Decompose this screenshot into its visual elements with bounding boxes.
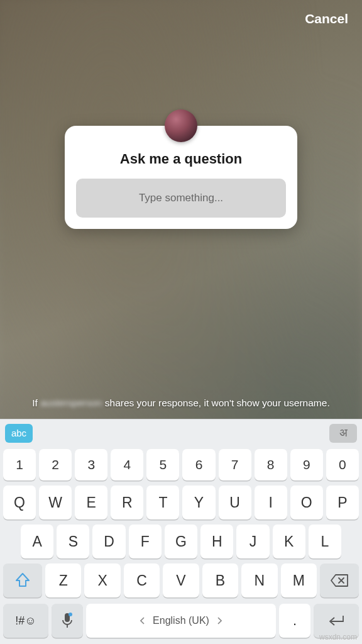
key-0[interactable]: 0 — [326, 449, 359, 480]
disclaimer-suffix: shares your response, it won't show your… — [102, 397, 329, 408]
key-r[interactable]: R — [111, 486, 143, 519]
key-1[interactable]: 1 — [3, 449, 36, 480]
key-j[interactable]: J — [236, 525, 269, 558]
key-2[interactable]: 2 — [39, 449, 72, 480]
key-k[interactable]: K — [273, 525, 305, 558]
keyboard-mode-hindi[interactable]: अ — [329, 424, 357, 443]
key-e[interactable]: E — [75, 486, 107, 519]
key-d[interactable]: D — [92, 525, 125, 558]
keyboard-row-z: Z X C V B N M — [3, 564, 359, 597]
mic-icon — [62, 613, 73, 629]
key-b[interactable]: B — [202, 564, 238, 597]
keyboard-toolbar: abc अ — [0, 419, 362, 447]
keyboard-row-q: Q W E R T Y U I O P — [3, 486, 359, 519]
key-6[interactable]: 6 — [182, 449, 215, 480]
key-h[interactable]: H — [200, 525, 233, 558]
cancel-button[interactable]: Cancel — [305, 11, 348, 26]
privacy-disclaimer: If austersperson shares your response, i… — [0, 396, 362, 419]
key-q[interactable]: Q — [3, 486, 36, 519]
disclaimer-username: austersperson — [40, 396, 102, 410]
key-mic[interactable] — [52, 604, 83, 638]
response-placeholder: Type something... — [139, 192, 223, 204]
key-c[interactable]: C — [124, 564, 160, 597]
key-l[interactable]: L — [309, 525, 341, 558]
key-w[interactable]: W — [39, 486, 72, 519]
svg-point-2 — [69, 613, 72, 616]
disclaimer-prefix: If — [32, 397, 40, 408]
key-u[interactable]: U — [219, 486, 251, 519]
shift-icon — [15, 572, 30, 589]
enter-icon — [327, 614, 346, 627]
key-period[interactable]: . — [279, 604, 310, 638]
avatar — [165, 109, 197, 142]
story-area: Ask me a question Type something... — [0, 38, 362, 396]
space-label: English (UK) — [153, 615, 209, 626]
key-backspace[interactable] — [320, 564, 359, 597]
chevron-left-icon — [140, 617, 145, 625]
key-m[interactable]: M — [281, 564, 317, 597]
key-p[interactable]: P — [326, 486, 359, 519]
key-f[interactable]: F — [129, 525, 162, 558]
key-5[interactable]: 5 — [146, 449, 179, 480]
key-shift[interactable] — [3, 564, 42, 597]
key-i[interactable]: I — [255, 486, 287, 519]
keyboard: abc अ 1 2 3 4 5 6 7 8 9 0 Q W E R T — [0, 419, 362, 644]
chevron-right-icon — [217, 617, 222, 625]
key-n[interactable]: N — [241, 564, 277, 597]
key-space[interactable]: English (UK) — [86, 604, 276, 638]
key-g[interactable]: G — [165, 525, 197, 558]
keyboard-row-a: A S D F G H J K L — [3, 525, 359, 558]
key-3[interactable]: 3 — [75, 449, 107, 480]
key-x[interactable]: X — [84, 564, 120, 597]
keyboard-rows: 1 2 3 4 5 6 7 8 9 0 Q W E R T Y U I O — [0, 447, 362, 604]
keyboard-mode-abc[interactable]: abc — [5, 424, 33, 443]
key-z[interactable]: Z — [45, 564, 81, 597]
key-9[interactable]: 9 — [290, 449, 323, 480]
key-o[interactable]: O — [290, 486, 323, 519]
key-4[interactable]: 4 — [111, 449, 143, 480]
key-s[interactable]: S — [57, 525, 89, 558]
top-bar: Cancel — [0, 0, 362, 38]
keyboard-row-numbers: 1 2 3 4 5 6 7 8 9 0 — [3, 449, 359, 480]
key-7[interactable]: 7 — [219, 449, 251, 480]
question-sticker[interactable]: Ask me a question Type something... — [65, 126, 297, 229]
response-input[interactable]: Type something... — [76, 179, 286, 218]
question-prompt: Ask me a question — [76, 151, 286, 167]
backspace-icon — [330, 574, 349, 587]
key-a[interactable]: A — [21, 525, 53, 558]
watermark: wsxdn.com — [319, 633, 357, 641]
key-symbols[interactable]: !#☺ — [3, 604, 48, 638]
key-v[interactable]: V — [163, 564, 199, 597]
key-y[interactable]: Y — [182, 486, 215, 519]
key-t[interactable]: T — [146, 486, 179, 519]
keyboard-bottom-row: !#☺ English (UK) . — [0, 604, 362, 640]
key-8[interactable]: 8 — [255, 449, 287, 480]
